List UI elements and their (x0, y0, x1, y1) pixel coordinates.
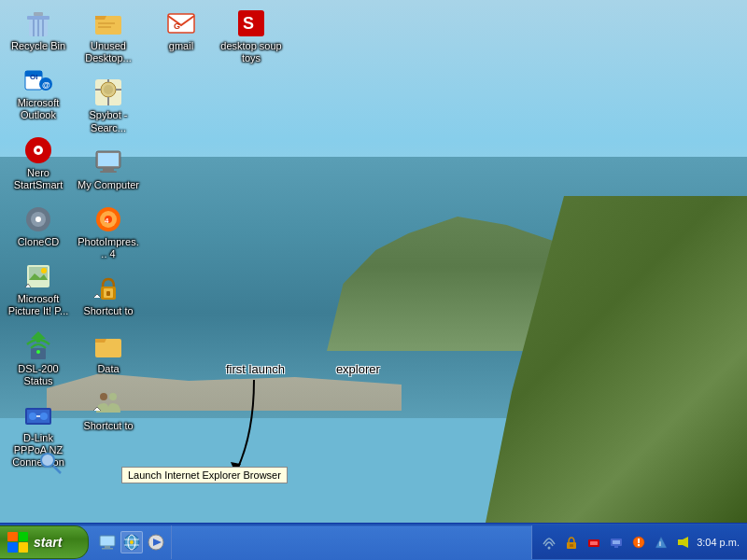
ms-picture-label: Microsoft Picture It! P... (7, 293, 70, 317)
svg-text:S: S (243, 14, 254, 33)
shortcut-to-1-icon[interactable]: Shortcut to (75, 270, 142, 321)
annotation-text-1: first launch (226, 362, 285, 376)
unused-desktop-icon[interactable]: Unused Desktop... (75, 5, 142, 68)
annotation: first launch explorer (226, 362, 380, 483)
svg-text:@: @ (42, 80, 50, 90)
gmail-label: gmail (169, 40, 193, 52)
svg-rect-83 (638, 539, 640, 543)
svg-rect-52 (106, 291, 110, 296)
tray-icon-6[interactable]: i (652, 533, 670, 552)
recycle-bin-label: Recycle Bin (11, 40, 65, 52)
svg-point-37 (104, 85, 113, 94)
spybot-label: Spybot - Searc... (77, 109, 140, 133)
recycle-bin-icon[interactable]: Recycle Bin (5, 5, 72, 56)
svg-text:G: G (174, 21, 180, 31)
desktop: Recycle Bin Ol @ Microsoft Outlook (0, 0, 747, 523)
icon-column-2: G gmail (148, 5, 215, 58)
tray-icon-volume[interactable] (674, 533, 693, 552)
svg-rect-34 (98, 26, 111, 28)
svg-rect-57 (168, 14, 194, 33)
svg-rect-45 (100, 171, 117, 173)
svg-rect-0 (27, 16, 49, 20)
desktop-soup-toys-label: desktop soup toys (219, 40, 283, 64)
svg-rect-78 (590, 541, 598, 545)
svg-rect-5 (34, 12, 43, 16)
svg-marker-54 (95, 339, 106, 343)
svg-point-28 (29, 413, 36, 420)
shortcut-to-2-label: Shortcut to (83, 420, 133, 432)
tray-icon-5[interactable] (629, 533, 648, 552)
spybot-icon[interactable]: Spybot - Searc... (75, 74, 142, 137)
shortcut-to-1-label: Shortcut to (83, 305, 133, 317)
my-computer-icon[interactable]: My Computer (75, 144, 142, 195)
svg-rect-66 (102, 548, 113, 550)
ie-tooltip: Launch Internet Explorer Browser (121, 467, 288, 483)
my-computer-label: My Computer (78, 179, 139, 191)
svg-marker-88 (683, 537, 688, 548)
taskbar: start (0, 523, 747, 560)
svg-rect-80 (613, 540, 620, 544)
svg-point-71 (130, 540, 134, 544)
system-time: 3:04 p.m. (697, 537, 740, 548)
svg-rect-65 (105, 546, 110, 548)
nero-label: Nero StartSmart (7, 167, 70, 191)
svg-rect-64 (100, 536, 115, 546)
svg-point-62 (41, 454, 54, 467)
dsl-200-status-icon[interactable]: DSL-200 Status (5, 328, 72, 391)
tray-icon-4[interactable] (607, 533, 626, 552)
microsoft-outlook-icon[interactable]: Ol @ Microsoft Outlook (5, 62, 72, 125)
outlook-label: Microsoft Outlook (7, 97, 70, 121)
svg-marker-85 (655, 537, 667, 548)
svg-rect-44 (103, 168, 114, 171)
svg-point-56 (109, 393, 117, 400)
quick-launch-area (92, 525, 172, 559)
dsl-label: DSL-200 Status (7, 363, 70, 387)
svg-rect-43 (98, 153, 119, 166)
svg-point-55 (100, 393, 107, 400)
nero-startsmart-icon[interactable]: Nero StartSmart (5, 132, 72, 195)
unused-desktop-label: Unused Desktop... (77, 40, 140, 64)
tray-icon-3[interactable] (585, 533, 603, 552)
svg-point-23 (36, 350, 40, 354)
search-icon-taskbar[interactable] (28, 446, 73, 482)
show-desktop-button[interactable] (96, 531, 119, 553)
desktop-soup-toys-icon[interactable]: S desktop soup toys (218, 5, 285, 68)
svg-point-20 (41, 268, 47, 273)
svg-text:Ol: Ol (30, 73, 37, 81)
start-button[interactable]: start (0, 525, 89, 559)
taskbar-area-icons (28, 446, 73, 483)
svg-rect-81 (614, 546, 618, 548)
tray-icon-2[interactable] (562, 533, 581, 552)
ie-tooltip-text: Launch Internet Explorer Browser (128, 469, 281, 481)
ms-picture-icon[interactable]: Microsoft Picture It! P... (5, 258, 72, 321)
svg-point-16 (35, 217, 41, 222)
tray-icon-1[interactable] (540, 533, 558, 552)
start-label: start (34, 535, 62, 550)
svg-marker-32 (95, 16, 106, 20)
icon-column-3: S desktop soup toys (218, 5, 285, 70)
icon-column-1: Unused Desktop... Spybot - Searc... (75, 5, 142, 438)
shortcut-to-2-icon[interactable]: Shortcut to (75, 385, 142, 436)
icon-column-0: Recycle Bin Ol @ Microsoft Outlook (5, 5, 72, 474)
ie-browser-button[interactable] (120, 531, 143, 553)
svg-marker-25 (31, 331, 46, 339)
clonecd-label: CloneCD (18, 236, 60, 248)
data-folder-icon[interactable]: Data (75, 328, 142, 379)
gmail-icon[interactable]: G gmail (148, 5, 215, 56)
data-label: Data (97, 363, 119, 375)
system-tray: i 3:04 p.m. (531, 525, 747, 559)
windows-logo (7, 532, 28, 553)
annotation-text-2: explorer (336, 362, 380, 376)
svg-text:i: i (659, 540, 661, 547)
photoimpression-icon[interactable]: 4 PhotoImpres... 4 (75, 201, 142, 264)
svg-rect-76 (570, 544, 573, 547)
taskbar-middle (172, 525, 531, 559)
photoimpression-label: PhotoImpres... 4 (77, 236, 140, 260)
svg-point-84 (638, 543, 640, 545)
media-player-button[interactable] (145, 531, 167, 553)
svg-line-63 (53, 466, 61, 473)
clonecd-icon[interactable]: CloneCD (5, 201, 72, 252)
svg-point-29 (40, 413, 48, 420)
svg-rect-87 (678, 539, 683, 545)
svg-rect-33 (98, 22, 115, 24)
